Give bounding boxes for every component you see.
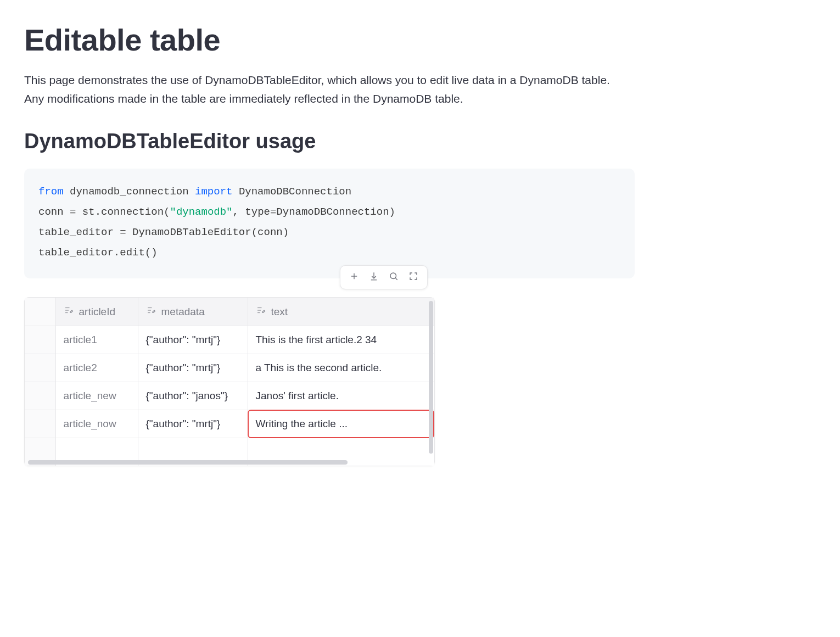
- table-header-row: articleId metadata: [25, 298, 434, 326]
- code-punc: ): [283, 226, 289, 238]
- row-number-header[interactable]: [25, 298, 55, 326]
- data-editor[interactable]: articleId metadata: [24, 297, 435, 466]
- code-id: table_editor: [38, 247, 114, 259]
- column-header-text[interactable]: text: [248, 298, 434, 326]
- cell-articleId[interactable]: article_now: [55, 410, 138, 438]
- plus-icon: [349, 271, 359, 283]
- row-number-cell[interactable]: [25, 382, 55, 410]
- row-number-cell[interactable]: [25, 410, 55, 438]
- code-class: DynamoDBConnection: [232, 186, 351, 198]
- column-header-label: text: [271, 306, 288, 318]
- column-header-articleId[interactable]: articleId: [55, 298, 138, 326]
- code-punc: ): [151, 247, 157, 259]
- code-id: DynamoDBTableEditor: [126, 226, 251, 238]
- code-id: table_editor: [38, 226, 120, 238]
- section-heading: DynamoDBTableEditor usage: [24, 130, 635, 153]
- download-icon: [369, 271, 379, 283]
- table-toolbar: [340, 265, 428, 289]
- editable-column-icon: [256, 305, 266, 318]
- cell-articleId[interactable]: article1: [55, 326, 138, 354]
- row-number-cell[interactable]: [25, 326, 55, 354]
- download-button[interactable]: [366, 269, 382, 286]
- code-id: conn: [257, 226, 283, 238]
- fullscreen-icon: [408, 271, 418, 283]
- code-id: DynamoDBConnection: [276, 206, 389, 218]
- cell-text[interactable]: Writing the article ...: [248, 410, 434, 438]
- cell-metadata[interactable]: {"author": "janos"}: [138, 382, 248, 410]
- code-block-container: from dynamodb_connection import DynamoDB…: [24, 169, 635, 278]
- code-id: conn: [38, 206, 70, 218]
- column-header-label: articleId: [79, 306, 116, 318]
- cell-text[interactable]: This is the first article.2 34: [248, 326, 434, 354]
- code-eq: =: [120, 226, 126, 238]
- cell-text[interactable]: Janos' first article.: [248, 382, 434, 410]
- add-row-button[interactable]: [346, 269, 362, 286]
- table-row: article_now{"author": "mrtj"}Writing the…: [25, 410, 434, 438]
- code-keyword-import: import: [195, 186, 232, 198]
- search-button[interactable]: [385, 269, 402, 286]
- code-punc: .: [114, 247, 120, 259]
- cell-articleId[interactable]: article2: [55, 354, 138, 382]
- cell-metadata[interactable]: {"author": "mrtj"}: [138, 354, 248, 382]
- code-string: "dynamodb": [170, 206, 232, 218]
- page-title: Editable table: [24, 22, 635, 58]
- cell-text[interactable]: a This is the second article.: [248, 354, 434, 382]
- fullscreen-button[interactable]: [405, 269, 422, 286]
- code-punc: .: [95, 206, 101, 218]
- code-id: edit: [120, 247, 145, 259]
- svg-line-3: [395, 278, 397, 280]
- table-row: article_new{"author": "janos"}Janos' fir…: [25, 382, 434, 410]
- code-punc: (: [251, 226, 257, 238]
- code-id: type: [239, 206, 270, 218]
- editable-column-icon: [146, 305, 156, 318]
- code-punc: (: [164, 206, 170, 218]
- horizontal-scrollbar-thumb[interactable]: [28, 460, 348, 465]
- column-header-metadata[interactable]: metadata: [138, 298, 248, 326]
- code-eq: =: [270, 206, 276, 218]
- cell-articleId[interactable]: article_new: [55, 382, 138, 410]
- search-icon: [389, 271, 399, 283]
- vertical-scrollbar[interactable]: [429, 301, 433, 454]
- table-row: article2{"author": "mrtj"}a This is the …: [25, 354, 434, 382]
- vertical-scrollbar-thumb[interactable]: [429, 301, 433, 454]
- editable-column-icon: [64, 305, 74, 318]
- horizontal-scrollbar[interactable]: [28, 460, 424, 465]
- data-table: articleId metadata: [25, 298, 434, 466]
- code-block[interactable]: from dynamodb_connection import DynamoDB…: [24, 169, 635, 278]
- code-punc: (: [145, 247, 151, 259]
- row-number-cell[interactable]: [25, 354, 55, 382]
- editing-outline: [248, 410, 435, 438]
- code-keyword-from: from: [38, 186, 64, 198]
- svg-point-2: [390, 273, 396, 279]
- intro-paragraph: This page demonstrates the use of Dynamo…: [24, 71, 628, 108]
- code-punc: ): [389, 206, 395, 218]
- table-row: article1{"author": "mrtj"}This is the fi…: [25, 326, 434, 354]
- code-eq: =: [70, 206, 76, 218]
- cell-metadata[interactable]: {"author": "mrtj"}: [138, 326, 248, 354]
- cell-metadata[interactable]: {"author": "mrtj"}: [138, 410, 248, 438]
- code-id: connection: [101, 206, 164, 218]
- column-header-label: metadata: [161, 306, 205, 318]
- code-punc: ,: [233, 206, 239, 218]
- code-module: dynamodb_connection: [64, 186, 195, 198]
- code-id: st: [76, 206, 94, 218]
